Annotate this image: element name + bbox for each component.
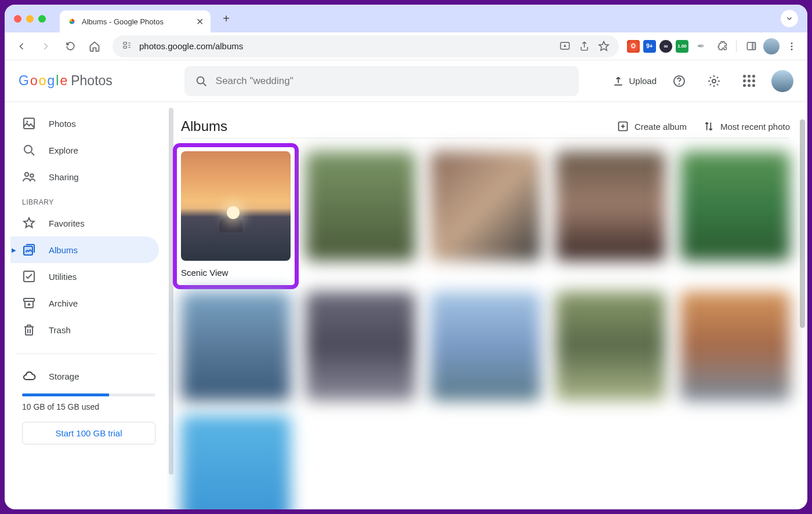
svg-point-15 [25, 173, 28, 176]
install-app-icon[interactable] [559, 41, 571, 52]
album-card[interactable] [306, 291, 415, 401]
apps-grid-icon [743, 75, 755, 87]
sidebar-item-archive[interactable]: Archive [10, 290, 159, 316]
google-photos-app: Google Photos Upload [5, 60, 807, 509]
logo-photos-text: Photos [71, 73, 113, 89]
sort-label: Most recent photo [720, 122, 790, 132]
search-icon [195, 75, 208, 88]
main-scrollbar[interactable] [800, 119, 805, 328]
album-card[interactable] [680, 291, 790, 401]
sidebar-item-label: Photos [49, 119, 76, 129]
google-photos-logo[interactable]: Google Photos [19, 73, 113, 89]
album-thumbnail [181, 291, 291, 401]
album-thumbnail [556, 291, 665, 401]
home-button[interactable] [85, 37, 104, 56]
chrome-profile-avatar[interactable] [763, 38, 780, 54]
album-card[interactable] [556, 291, 665, 401]
new-tab-button[interactable]: + [217, 10, 235, 27]
utilities-icon [22, 269, 36, 283]
sidebar-separator [16, 353, 155, 354]
main-content: Albums Create album Most recent photo [167, 102, 807, 509]
album-thumbnail [556, 151, 665, 261]
album-thumbnail [430, 291, 540, 401]
account-avatar[interactable] [771, 70, 793, 92]
album-card[interactable] [430, 291, 540, 401]
browser-window: Albums - Google Photos ✕ + photos.google… [5, 5, 807, 509]
extension-goggles-icon[interactable]: ∞ [659, 40, 672, 53]
sidebar: Photos Explore Sharing LIBRARY Favorites… [5, 102, 167, 509]
svg-point-16 [30, 174, 34, 177]
browser-tab[interactable]: Albums - Google Photos ✕ [60, 10, 211, 32]
close-window-button[interactable] [14, 15, 21, 23]
sidebar-item-favorites[interactable]: Favorites [10, 210, 159, 236]
page-title: Albums [181, 118, 227, 134]
albums-grid: Scenic View [181, 151, 790, 509]
upload-label: Upload [629, 76, 657, 86]
maximize-window-button[interactable] [38, 15, 46, 23]
sidebar-item-photos[interactable]: Photos [10, 110, 159, 137]
forward-button[interactable] [36, 37, 56, 56]
svg-rect-20 [24, 298, 34, 301]
sidebar-item-label: Utilities [49, 272, 77, 282]
sidebar-item-sharing[interactable]: Sharing [10, 163, 159, 190]
reload-button[interactable] [60, 37, 80, 56]
svg-point-8 [197, 76, 204, 83]
album-thumbnail [306, 151, 415, 261]
bookmark-star-icon[interactable] [598, 41, 610, 52]
share-icon[interactable] [579, 41, 590, 52]
extension-green-icon[interactable]: 1.00 [676, 40, 688, 53]
upload-button[interactable]: Upload [612, 75, 657, 87]
extension-blue-icon[interactable]: 9+ [643, 40, 656, 53]
svg-point-11 [712, 79, 716, 83]
svg-rect-4 [752, 42, 756, 50]
chrome-menu-icon[interactable] [783, 38, 800, 55]
library-section-label: LIBRARY [10, 190, 167, 210]
window-controls [14, 15, 46, 23]
search-box[interactable] [184, 66, 579, 96]
albums-icon [22, 243, 36, 257]
svg-point-13 [27, 121, 28, 123]
address-bar[interactable]: photos.google.com/albums [113, 35, 619, 57]
sidebar-item-utilities[interactable]: Utilities [10, 263, 159, 290]
google-apps-button[interactable] [737, 69, 761, 93]
extension-quill-icon[interactable]: ✒ [692, 38, 709, 55]
tabs-menu-button[interactable] [781, 10, 798, 27]
album-card[interactable] [556, 151, 665, 278]
create-album-button[interactable]: Create album [617, 121, 687, 132]
storage-row[interactable]: Storage [10, 364, 167, 388]
back-button[interactable] [12, 37, 31, 56]
settings-button[interactable] [702, 69, 726, 93]
storage-label: Storage [49, 371, 79, 381]
album-thumbnail [306, 291, 415, 401]
upload-icon [612, 75, 624, 87]
sidebar-item-explore[interactable]: Explore [10, 137, 159, 163]
sort-button[interactable]: Most recent photo [703, 121, 790, 132]
search-input[interactable] [216, 75, 568, 87]
svg-rect-12 [24, 118, 34, 129]
side-panel-icon[interactable] [742, 38, 760, 55]
chevron-down-icon [785, 14, 793, 23]
album-card[interactable] [430, 151, 540, 278]
storage-progress-bar [22, 393, 155, 396]
close-tab-icon[interactable]: ✕ [196, 16, 204, 27]
minimize-window-button[interactable] [26, 15, 34, 23]
sidebar-item-trash[interactable]: Trash [10, 316, 159, 343]
storage-used-text: 10 GB of 15 GB used [10, 402, 167, 420]
album-card[interactable] [306, 151, 415, 278]
sidebar-item-albums[interactable]: ▶ Albums [10, 236, 159, 263]
sharing-icon [22, 170, 36, 184]
extension-opera-icon[interactable]: O [627, 40, 640, 53]
start-trial-button[interactable]: Start 100 GB trial [22, 422, 155, 444]
album-card[interactable] [181, 415, 291, 509]
extensions-area: O 9+ ∞ 1.00 ✒ [627, 38, 800, 55]
album-card[interactable] [680, 151, 790, 278]
svg-point-14 [24, 145, 32, 153]
album-card-scenic-view[interactable]: Scenic View [175, 145, 296, 287]
help-button[interactable] [667, 69, 691, 93]
album-thumbnail [680, 291, 790, 401]
album-thumbnail [181, 415, 291, 509]
album-card[interactable] [181, 291, 291, 401]
extensions-puzzle-icon[interactable] [713, 38, 730, 55]
search-icon [22, 143, 36, 157]
site-info-icon[interactable] [122, 40, 132, 52]
